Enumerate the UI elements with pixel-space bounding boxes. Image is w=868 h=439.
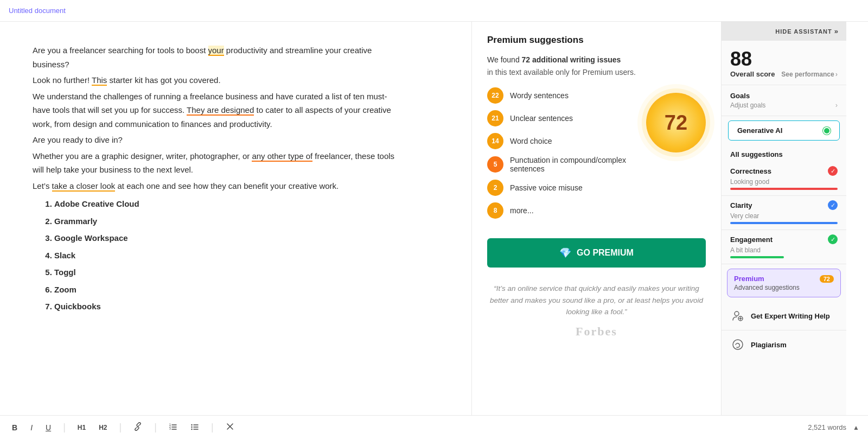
goals-label: Goals xyxy=(730,92,838,100)
forbes-logo: Forbes xyxy=(487,325,706,339)
unordered-list-button[interactable] xyxy=(187,420,202,435)
goals-section[interactable]: Goals Adjust goals › xyxy=(722,85,846,116)
ordered-list-button[interactable]: 1 2 3 xyxy=(165,420,181,435)
highlight-take-closer-look: take a closer look xyxy=(52,181,116,192)
underline-button[interactable]: U xyxy=(42,421,54,434)
found-count: 72 additional writing issues xyxy=(522,55,621,64)
paragraph-5: Whether you are a graphic designer, writ… xyxy=(33,149,401,177)
bold-button[interactable]: B xyxy=(9,421,21,434)
editor-content: Are you a freelancer searching for tools… xyxy=(33,43,401,314)
word-count: 2,521 words xyxy=(808,423,846,431)
engagement-header: Engagement ✓ xyxy=(730,234,838,244)
get-expert-section[interactable]: Get Expert Writing Help xyxy=(722,302,846,330)
link-icon xyxy=(133,422,142,431)
paragraph-6: Let’s take a closer look at each one and… xyxy=(33,179,401,193)
editor-area[interactable]: Are you a freelancer searching for tools… xyxy=(0,22,472,415)
correctness-category[interactable]: Correctness ✓ Looking good xyxy=(722,162,846,196)
link-button[interactable] xyxy=(130,420,145,435)
gen-ai-section[interactable]: Generative AI xyxy=(728,120,840,141)
svg-point-2 xyxy=(733,340,743,349)
issue-item-6: 8 more... xyxy=(487,202,635,219)
plagiarism-label: Plagiarism xyxy=(751,341,787,349)
paragraph-1: Are you a freelancer searching for tools… xyxy=(33,43,401,71)
right-sidebar: HIDE ASSISTANT » 88 Overall score See pe… xyxy=(722,22,846,415)
chevron-right-small-icon: › xyxy=(835,70,838,78)
h1-button[interactable]: H1 xyxy=(74,422,89,434)
paragraph-4: Are you ready to dive in? xyxy=(33,133,401,147)
gen-ai-status-dot xyxy=(823,127,831,135)
gen-ai-label: Generative AI xyxy=(737,126,782,135)
engagement-category[interactable]: Engagement ✓ A bit bland xyxy=(722,230,846,264)
premium-sidebar-section[interactable]: Premium 72 Advanced suggestions xyxy=(727,269,841,297)
main-layout: Are you a freelancer searching for tools… xyxy=(0,22,868,415)
issue-label-6: more... xyxy=(510,206,534,215)
engagement-bar xyxy=(730,256,784,258)
hide-assistant-label: HIDE ASSISTANT xyxy=(775,28,832,35)
plagiarism-section[interactable]: Plagiarism xyxy=(722,330,846,359)
see-performance-label: See performance xyxy=(781,71,834,78)
issue-item-3: 14 Word choice xyxy=(487,133,635,149)
clear-formatting-button[interactable] xyxy=(222,420,238,435)
svg-point-12 xyxy=(191,424,192,425)
clarity-status: Very clear xyxy=(730,212,838,220)
issue-badge-5: 2 xyxy=(487,180,503,196)
go-premium-label: GO PREMIUM xyxy=(577,248,634,258)
highlight-they-are-designed: They are designed xyxy=(187,105,254,116)
issue-badge-2: 21 xyxy=(487,110,503,126)
clarity-label: Clarity xyxy=(730,201,752,209)
issue-badge-4: 5 xyxy=(487,156,503,173)
correctness-status: Looking good xyxy=(730,178,838,186)
expert-icon xyxy=(730,308,745,323)
issue-badge-3: 14 xyxy=(487,133,503,149)
clarity-category[interactable]: Clarity ✓ Very clear xyxy=(722,196,846,230)
get-expert-label: Get Expert Writing Help xyxy=(751,312,830,320)
adjust-goals-label[interactable]: Adjust goals xyxy=(730,101,765,109)
clarity-header: Clarity ✓ xyxy=(730,200,838,210)
paragraph-2: Look no further! This starter kit has go… xyxy=(33,73,401,87)
goals-sub[interactable]: Adjust goals › xyxy=(730,101,838,109)
ordered-list-icon: 1 2 3 xyxy=(169,422,177,431)
correctness-check-icon: ✓ xyxy=(828,166,838,176)
issue-label-1: Wordy sentences xyxy=(510,91,569,100)
paragraph-3: We understand the challenges of running … xyxy=(33,90,401,131)
tools-list: Adobe Creative Cloud Grammarly Google Wo… xyxy=(54,197,401,314)
issue-item-2: 21 Unclear sentences xyxy=(487,110,635,126)
italic-button[interactable]: I xyxy=(27,421,36,434)
toolbar-sep-1: | xyxy=(63,422,66,433)
doc-title[interactable]: Untitled document xyxy=(9,7,66,15)
issue-label-4: Punctuation in compound/complex sentence… xyxy=(510,156,635,173)
overall-score-number: 88 xyxy=(730,49,838,69)
unordered-list-icon xyxy=(190,422,199,431)
score-section: 88 Overall score See performance › xyxy=(722,41,846,85)
go-premium-button[interactable]: 💎 GO PREMIUM xyxy=(487,238,706,268)
premium-sidebar-header: Premium 72 xyxy=(734,275,834,283)
clarity-bar xyxy=(730,222,838,224)
issue-badge-6: 8 xyxy=(487,202,503,219)
premium-count-badge: 72 xyxy=(820,275,834,283)
toolbar-sep-4: | xyxy=(211,422,214,433)
word-count-arrow-icon: ▲ xyxy=(853,424,859,431)
svg-text:3: 3 xyxy=(169,427,171,430)
issue-item-4: 5 Punctuation in compound/complex senten… xyxy=(487,156,635,173)
diamond-icon: 💎 xyxy=(559,247,571,259)
issue-label-2: Unclear sentences xyxy=(510,114,573,123)
engagement-status: A bit bland xyxy=(730,246,838,254)
list-item-6: Zoom xyxy=(54,283,401,297)
found-text: We found 72 additional writing issues xyxy=(487,54,706,66)
found-subtext: in this text available only for Premium … xyxy=(487,68,706,77)
hide-assistant-button[interactable]: HIDE ASSISTANT » xyxy=(722,22,846,41)
see-performance-link[interactable]: See performance › xyxy=(781,70,838,78)
chevron-right-icon: » xyxy=(834,27,839,35)
issue-label-3: Word choice xyxy=(510,137,552,145)
clear-icon xyxy=(226,422,234,431)
highlight-your: your xyxy=(208,46,224,56)
clarity-check-icon: ✓ xyxy=(828,200,838,210)
svg-point-0 xyxy=(735,311,739,316)
h2-button[interactable]: H2 xyxy=(95,422,110,434)
testimonial-text: “It’s an online service that quickly and… xyxy=(487,283,706,318)
svg-point-14 xyxy=(191,429,192,430)
list-item-4: Slack xyxy=(54,249,401,263)
svg-point-13 xyxy=(191,427,192,428)
correctness-bar xyxy=(730,188,838,190)
issue-label-5: Passive voice misuse xyxy=(510,183,583,192)
